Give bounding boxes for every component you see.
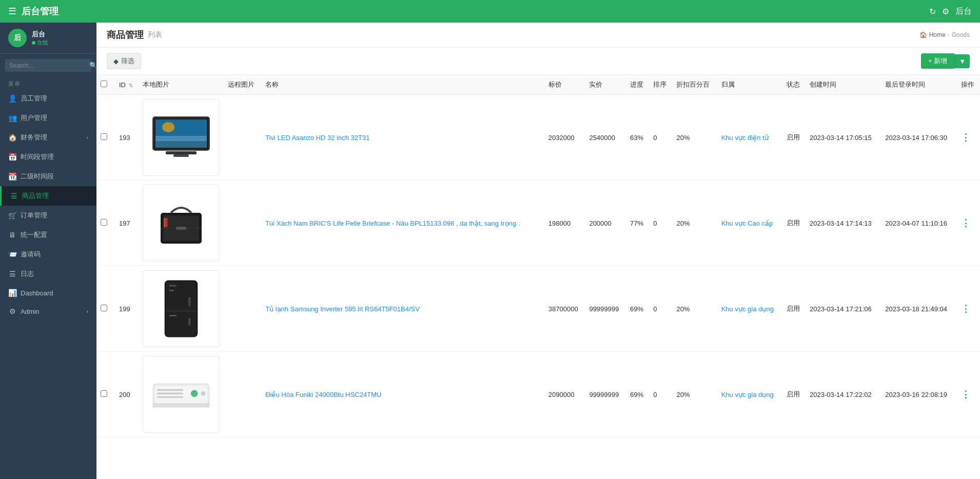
- svg-rect-25: [157, 389, 183, 391]
- row-price: 38700000: [544, 266, 585, 352]
- hamburger-icon[interactable]: ☰: [8, 6, 16, 17]
- row-checkbox-cell: [96, 352, 115, 437]
- sidebar-item-orders[interactable]: 🛒 订单管理: [0, 206, 96, 225]
- svg-rect-6: [155, 141, 207, 148]
- sidebar-item-goods[interactable]: ☰ 商品管理: [0, 186, 96, 206]
- row-local-img: [139, 181, 224, 266]
- row-rank: 0: [649, 181, 672, 266]
- search-input[interactable]: [9, 62, 86, 69]
- sidebar-item-admin[interactable]: ⚙ Admin ‹: [0, 302, 96, 321]
- svg-rect-21: [169, 290, 174, 291]
- svg-rect-19: [188, 318, 191, 325]
- sidebar-search: 🔍: [0, 54, 96, 77]
- sidebar-item-dashboard[interactable]: 📊 Dashboard: [0, 284, 96, 302]
- row-rank: 0: [649, 352, 672, 437]
- row-category: Khu vực điện tử: [717, 95, 782, 181]
- th-discount: 折扣百分百: [672, 75, 717, 95]
- row-status: 启用: [782, 352, 806, 437]
- user-name: 后台: [32, 30, 48, 39]
- sidebar-user: 后 后台 在线: [0, 23, 96, 54]
- product-name-link[interactable]: Điều Hòa Funiki 24000Btu HSC24TMU: [265, 391, 381, 398]
- row-real-price: 2540000: [585, 95, 626, 181]
- goods-icon: ☰: [10, 192, 18, 200]
- select-all-checkbox[interactable]: [101, 81, 107, 87]
- table-row: 200 Điều Hòa Funiki 24000Btu HSC24TMU 20…: [96, 352, 980, 437]
- product-name-link[interactable]: Tủ lạnh Samsung Inverter 595 lít RS64T5F…: [265, 305, 420, 313]
- sidebar-item-label: 二级时间段: [21, 172, 54, 181]
- sidebar-section-label: 菜单: [0, 77, 96, 89]
- sidebar-item-staff[interactable]: 👤 员工管理: [0, 89, 96, 108]
- breadcrumb-home[interactable]: Home: [929, 31, 946, 38]
- product-name-link[interactable]: Tivi LED Asanzo HD 32 inch 32T31: [265, 134, 369, 142]
- row-checkbox[interactable]: [101, 305, 107, 311]
- row-category: Khu vực gia dụng: [717, 266, 782, 352]
- row-id: 199: [115, 266, 139, 352]
- sidebar-item-config[interactable]: 🖥 统一配置: [0, 225, 96, 245]
- action-menu-button[interactable]: ⋮: [961, 218, 970, 228]
- sidebar-item-users[interactable]: 👥 用户管理: [0, 108, 96, 128]
- view-toggle-button[interactable]: ▼: [954, 54, 970, 68]
- row-progress: 69%: [626, 266, 649, 352]
- row-real-price: 99999999: [585, 266, 626, 352]
- sidebar-item-logs[interactable]: ☰ 日志: [0, 264, 96, 284]
- search-wrap: 🔍: [5, 59, 91, 72]
- orders-icon: 🛒: [8, 211, 16, 219]
- row-checkbox[interactable]: [101, 219, 107, 226]
- row-action: ⋮: [957, 352, 980, 437]
- th-real-price: 实价: [585, 75, 626, 95]
- row-category: Khu vực Cao cấp: [717, 181, 782, 266]
- row-id: 193: [115, 95, 139, 181]
- row-created-at: 2023-03-14 17:21:06: [806, 266, 881, 352]
- th-id: ID ⇅: [115, 75, 139, 95]
- row-id: 197: [115, 181, 139, 266]
- sidebar-item-label: 日志: [21, 269, 34, 278]
- user-label[interactable]: 后台: [955, 6, 972, 17]
- user-avatar-icon[interactable]: ⚙: [942, 7, 949, 16]
- refresh-icon[interactable]: ↻: [929, 7, 936, 16]
- row-last-login: 2023-03-14 17:06:30: [881, 95, 956, 181]
- action-menu-button[interactable]: ⋮: [961, 389, 970, 400]
- row-checkbox[interactable]: [101, 390, 107, 397]
- table-row: 199 Tủ lạnh Samsung Inverter 595 lít RS6…: [96, 266, 980, 352]
- app-title: 后台管理: [22, 5, 58, 17]
- new-button[interactable]: + 新增: [921, 53, 954, 69]
- sidebar-item-timeslot[interactable]: 📅 时间段管理: [0, 147, 96, 167]
- product-name-link[interactable]: Túi Xách Nam BRIC'S Life Pelle Briefcase…: [265, 219, 520, 227]
- svg-rect-20: [169, 285, 177, 287]
- invite-icon: 📨: [8, 250, 16, 258]
- filter-button[interactable]: ◆ 筛选: [107, 53, 141, 69]
- view-icon: ▼: [959, 57, 966, 65]
- sidebar-item-subtimeslot[interactable]: 📆 二级时间段: [0, 167, 96, 186]
- row-discount: 20%: [672, 181, 717, 266]
- home-icon: 🏠: [919, 31, 927, 38]
- row-last-login: 2023-04-07 11:10:16: [881, 181, 956, 266]
- svg-rect-22: [169, 315, 177, 316]
- sidebar-item-invite[interactable]: 📨 邀请码: [0, 245, 96, 264]
- breadcrumb: 🏠 Home › Goods: [919, 31, 970, 38]
- row-last-login: 2023-03-16 22:08:19: [881, 352, 956, 437]
- row-price: 198000: [544, 181, 585, 266]
- page-title-wrap: 商品管理 列表: [107, 29, 162, 41]
- svg-rect-26: [157, 393, 183, 394]
- svg-rect-11: [176, 227, 186, 230]
- main-layout: 后 后台 在线 🔍 菜单 👤 员工管理 👥 用户管理 �: [0, 23, 980, 479]
- svg-point-29: [201, 391, 205, 396]
- th-rank: 排序: [649, 75, 672, 95]
- action-menu-button[interactable]: ⋮: [961, 304, 970, 314]
- config-icon: 🖥: [8, 231, 16, 239]
- row-action: ⋮: [957, 266, 980, 352]
- sidebar-item-finance[interactable]: 🏠 财务管理 ‹: [0, 128, 96, 147]
- svg-point-28: [191, 390, 198, 397]
- th-local-img: 本地图片: [139, 75, 224, 95]
- th-created-at: 创建时间: [806, 75, 881, 95]
- row-category: Khu vực gia dụng: [717, 352, 782, 437]
- dashboard-icon: 📊: [8, 289, 16, 297]
- product-image: [143, 185, 220, 262]
- product-image: [143, 99, 220, 176]
- row-checkbox-cell: [96, 266, 115, 352]
- action-menu-button[interactable]: ⋮: [961, 132, 970, 143]
- finance-icon: 🏠: [8, 133, 16, 142]
- row-local-img: [139, 352, 224, 437]
- row-rank: 0: [649, 95, 672, 181]
- row-checkbox[interactable]: [101, 133, 107, 140]
